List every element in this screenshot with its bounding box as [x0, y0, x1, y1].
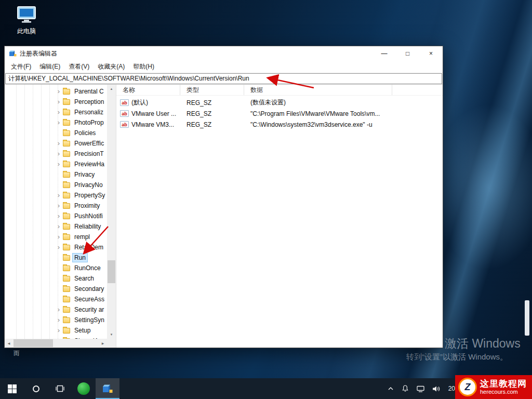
volume-icon[interactable]	[432, 385, 441, 392]
registry-value-row[interactable]: abVMware User ...REG_SZ"C:\Program Files…	[116, 108, 443, 119]
tree-item-privacy[interactable]: Privacy	[5, 169, 107, 180]
hidden-icons-chevron[interactable]	[388, 387, 394, 391]
folder-icon	[63, 172, 70, 178]
expand-chevron-icon[interactable]: ›	[56, 317, 62, 323]
minimize-button[interactable]: —	[373, 46, 396, 61]
tree-item-label: Parental C	[73, 87, 105, 96]
expand-chevron-icon[interactable]: ›	[56, 203, 62, 209]
registry-value-row[interactable]: abVMware VM3...REG_SZ"C:\Windows\system3…	[116, 119, 443, 130]
registry-path-input[interactable]	[5, 73, 442, 84]
column-header-name[interactable]: 名称	[116, 85, 180, 95]
titlebar[interactable]: 注册表编辑器 — □ ×	[5, 46, 443, 61]
folder-icon	[63, 224, 70, 230]
scroll-down-icon[interactable]: ▼	[107, 330, 116, 339]
scroll-left-icon[interactable]: ◀	[5, 339, 13, 348]
network-icon[interactable]	[417, 385, 424, 392]
expand-chevron-icon[interactable]: ›	[56, 99, 62, 105]
tree-item-powereffic[interactable]: ›PowerEffic	[5, 138, 107, 149]
folder-icon	[63, 214, 70, 219]
folder-icon	[63, 99, 70, 105]
menu-favorites[interactable]: 收藏夹(A)	[94, 61, 129, 73]
tree-item-parental-c[interactable]: ›Parental C	[5, 86, 107, 97]
system-tray: 20	[388, 378, 455, 399]
expand-chevron-icon[interactable]: ›	[56, 88, 62, 95]
folder-icon	[63, 151, 70, 157]
list-header: 名称 类型 数据	[116, 85, 443, 96]
expand-chevron-icon[interactable]: ›	[56, 161, 62, 167]
tree-item-secondary[interactable]: Secondary	[5, 284, 107, 294]
scroll-up-icon[interactable]: ▲	[107, 85, 116, 93]
string-value-icon: ab	[120, 110, 129, 117]
tree-item-secureass[interactable]: SecureAss	[5, 294, 107, 304]
tree-item-label: Personaliz	[73, 108, 105, 116]
tree-item-personaliz[interactable]: ›Personaliz	[5, 107, 107, 117]
tree-item-security-ar[interactable]: ›Security ar	[5, 304, 107, 315]
expand-chevron-icon[interactable]: ›	[56, 119, 62, 126]
tree-item-rempl[interactable]: ›rempl	[5, 232, 107, 242]
desktop-icon-this-pc[interactable]: 此电脑	[9, 6, 44, 36]
tree-item-privacyno[interactable]: PrivacyNo	[5, 180, 107, 190]
tree-item-label: RetailDem	[73, 243, 105, 251]
browser-button[interactable]	[72, 378, 96, 399]
folder-icon	[63, 255, 70, 261]
menu-view[interactable]: 查看(V)	[64, 61, 94, 73]
expand-chevron-icon[interactable]: ›	[56, 234, 62, 240]
horizontal-scroll-thumb[interactable]	[14, 339, 53, 347]
expand-chevron-icon[interactable]: ›	[56, 140, 62, 147]
close-button[interactable]: ×	[419, 46, 443, 61]
search-button[interactable]	[24, 378, 48, 399]
expand-chevron-icon[interactable]: ›	[56, 307, 62, 313]
value-data: (数值未设置)	[244, 98, 443, 107]
menu-file[interactable]: 文件(F)	[7, 61, 35, 73]
notification-icon[interactable]	[402, 385, 409, 392]
task-view-button[interactable]	[48, 378, 72, 399]
column-header-data[interactable]: 数据	[244, 85, 392, 95]
tree-item-reliability[interactable]: ›Reliability	[5, 221, 107, 232]
tree-item-runonce[interactable]: RunOnce	[5, 263, 107, 273]
tree-item-setup[interactable]: ›Setup	[5, 325, 107, 336]
light-glow	[431, 104, 532, 270]
clock[interactable]: 20	[448, 385, 455, 392]
tree-item-run[interactable]: Run	[5, 252, 107, 263]
vertical-scroll-thumb[interactable]	[108, 260, 115, 283]
tree-item-label: RunOnce	[73, 264, 102, 272]
tree-item-label: PhotoProp	[73, 118, 105, 127]
tree-item-label: rempl	[73, 233, 91, 241]
search-icon	[33, 385, 39, 392]
column-header-type[interactable]: 类型	[180, 85, 244, 95]
scroll-right-icon[interactable]: ▶	[99, 339, 107, 348]
menu-edit[interactable]: 编辑(E)	[35, 61, 64, 73]
registry-editor-taskbar-button[interactable]	[96, 378, 119, 399]
desktop-light-bar	[525, 300, 529, 336]
taskbar: 20	[0, 378, 532, 399]
tree-item-retaildem[interactable]: ›RetailDem	[5, 242, 107, 252]
registry-tree: ›Parental C›Perception›Personaliz›PhotoP…	[5, 86, 107, 339]
tree-vertical-scrollbar[interactable]: ▲ ▼	[107, 85, 116, 339]
expand-chevron-icon[interactable]: ›	[56, 327, 62, 334]
tree-item-policies[interactable]: Policies	[5, 128, 107, 138]
tree-item-pushnotifi[interactable]: ›PushNotifi	[5, 211, 107, 221]
expand-chevron-icon[interactable]: ›	[56, 213, 62, 219]
expand-chevron-icon[interactable]: ›	[56, 223, 62, 230]
expand-chevron-icon[interactable]: ›	[56, 192, 62, 198]
tree-item-search[interactable]: Search	[5, 273, 107, 284]
tree-item-proximity[interactable]: ›Proximity	[5, 201, 107, 211]
tree-item-precisiont[interactable]: ›PrecisionT	[5, 149, 107, 159]
tree-horizontal-scrollbar[interactable]: ◀ ▶	[5, 339, 116, 348]
start-button[interactable]	[0, 378, 24, 399]
registry-value-row[interactable]: ab(默认)REG_SZ(数值未设置)	[116, 97, 443, 108]
maximize-button[interactable]: □	[396, 46, 419, 61]
menu-help[interactable]: 帮助(H)	[129, 61, 158, 73]
expand-chevron-icon[interactable]: ›	[56, 151, 62, 157]
tutorial-site-name: 这里教程网	[480, 379, 527, 389]
tree-item-label: Security ar	[73, 305, 105, 314]
tree-item-photoprop[interactable]: ›PhotoProp	[5, 117, 107, 128]
tree-item-previewha[interactable]: ›PreviewHa	[5, 159, 107, 169]
expand-chevron-icon[interactable]: ›	[56, 244, 62, 250]
computer-icon	[16, 6, 37, 23]
tree-item-perception[interactable]: ›Perception	[5, 97, 107, 107]
tree-item-propertysy[interactable]: ›PropertySy	[5, 190, 107, 201]
expand-chevron-icon[interactable]: ›	[56, 109, 62, 115]
address-bar	[5, 73, 443, 85]
tree-item-settingsyn[interactable]: ›SettingSyn	[5, 315, 107, 325]
